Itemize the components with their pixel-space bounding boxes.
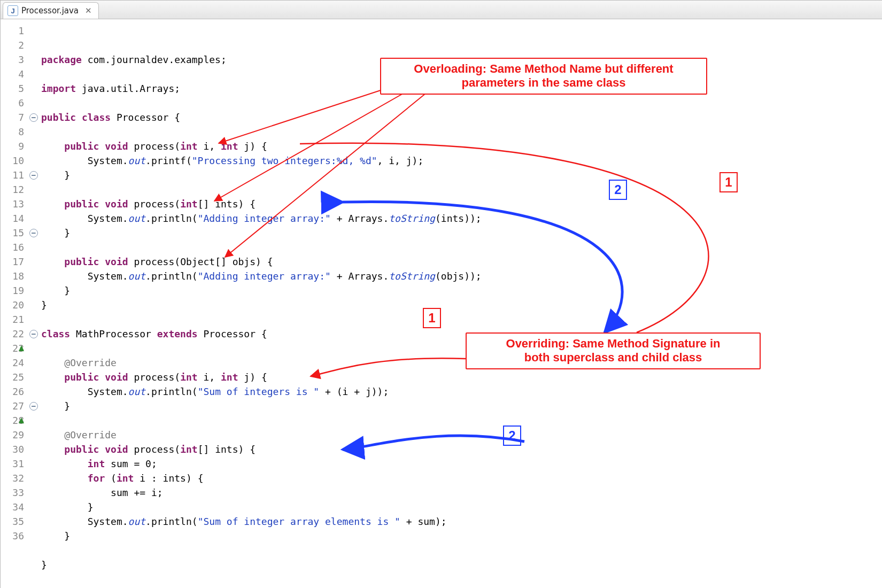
pair-label-2-top: 2 bbox=[609, 180, 627, 200]
tab-bar: J Processor.java ✕ bbox=[1, 1, 882, 19]
pair-label-1-top: 1 bbox=[719, 172, 738, 192]
java-file-icon: J bbox=[7, 5, 18, 16]
fold-toggle-icon[interactable]: − bbox=[29, 402, 38, 411]
override-marker-icon[interactable] bbox=[19, 345, 24, 351]
file-tab-label: Processor.java bbox=[21, 6, 79, 16]
code-editor[interactable]: 1 2 3 4 5 6 7 8 9 10 11 12 13 14 15 16 1… bbox=[1, 19, 882, 588]
editor-window: J Processor.java ✕ 1 2 3 4 5 6 7 8 9 10 … bbox=[0, 0, 882, 588]
marker-column: −−−−− bbox=[28, 19, 38, 588]
fold-toggle-icon[interactable]: − bbox=[29, 330, 38, 338]
file-tab-processor[interactable]: J Processor.java ✕ bbox=[3, 2, 99, 19]
pair-label-2-bottom: 2 bbox=[503, 425, 521, 446]
pair-label-1-bottom: 1 bbox=[423, 308, 441, 328]
close-icon[interactable]: ✕ bbox=[85, 6, 92, 16]
fold-toggle-icon[interactable]: − bbox=[29, 229, 38, 237]
overriding-callout: Overriding: Same Method Signature in bot… bbox=[466, 332, 761, 369]
overloading-callout: Overloading: Same Method Name but differ… bbox=[380, 58, 707, 95]
code-area[interactable]: package com.journaldev.examples; import … bbox=[38, 19, 882, 588]
line-number-gutter: 1 2 3 4 5 6 7 8 9 10 11 12 13 14 15 16 1… bbox=[1, 19, 28, 588]
fold-toggle-icon[interactable]: − bbox=[29, 113, 38, 122]
fold-toggle-icon[interactable]: − bbox=[29, 171, 38, 180]
override-marker-icon[interactable] bbox=[19, 417, 24, 423]
